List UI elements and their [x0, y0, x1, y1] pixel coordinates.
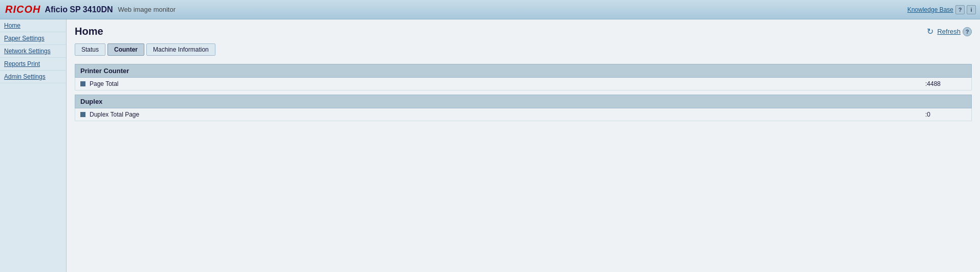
tab-machine-information[interactable]: Machine Information — [146, 43, 215, 56]
duplex-total-row: Duplex Total Page :0 — [75, 108, 972, 121]
sidebar-item-network-settings[interactable]: Network Settings — [0, 45, 66, 58]
printer-model: Aficio SP 3410DN — [45, 5, 113, 14]
sidebar-item-paper-settings[interactable]: Paper Settings — [0, 32, 66, 45]
row-indicator — [80, 81, 85, 86]
page-total-label: Page Total — [90, 80, 925, 87]
info-button-top[interactable]: i — [967, 5, 976, 14]
duplex-total-value: :0 — [925, 111, 966, 118]
printer-counter-header: Printer Counter — [75, 64, 972, 78]
help-button-main[interactable]: ? — [963, 27, 972, 36]
web-image-monitor-label: Web image monitor — [118, 6, 176, 13]
page-total-row: Page Total :4488 — [75, 78, 972, 90]
layout: Home Paper Settings Network Settings Rep… — [0, 19, 980, 272]
page-total-value: :4488 — [925, 80, 966, 87]
refresh-button[interactable]: Refresh — [937, 28, 961, 35]
tab-status[interactable]: Status — [75, 43, 105, 56]
knowledge-base-link[interactable]: Knowledge Base — [907, 6, 953, 13]
ricoh-logo: RICOH — [5, 4, 40, 15]
duplex-total-label: Duplex Total Page — [90, 111, 925, 118]
top-bar: RICOH Aficio SP 3410DN Web image monitor… — [0, 0, 980, 19]
tab-counter[interactable]: Counter — [107, 43, 144, 56]
main-content: Home ↻ Refresh ? Status Counter Machine … — [67, 19, 980, 272]
help-button-top[interactable]: ? — [955, 5, 965, 14]
refresh-area: ↻ Refresh ? — [925, 27, 972, 37]
row-indicator — [80, 112, 85, 117]
tabs: Status Counter Machine Information — [75, 43, 972, 56]
sidebar-item-home[interactable]: Home — [0, 19, 66, 32]
sidebar: Home Paper Settings Network Settings Rep… — [0, 19, 67, 272]
refresh-icon: ↻ — [925, 27, 935, 37]
page-title-row: Home ↻ Refresh ? — [75, 26, 972, 37]
duplex-header: Duplex — [75, 95, 972, 108]
page-title: Home — [75, 26, 103, 37]
sidebar-item-reports-print[interactable]: Reports Print — [0, 58, 66, 71]
sidebar-item-admin-settings[interactable]: Admin Settings — [0, 71, 66, 83]
counter-table: Printer Counter Page Total :4488 Duplex … — [75, 64, 972, 121]
top-bar-right: Knowledge Base ? i — [907, 0, 976, 19]
